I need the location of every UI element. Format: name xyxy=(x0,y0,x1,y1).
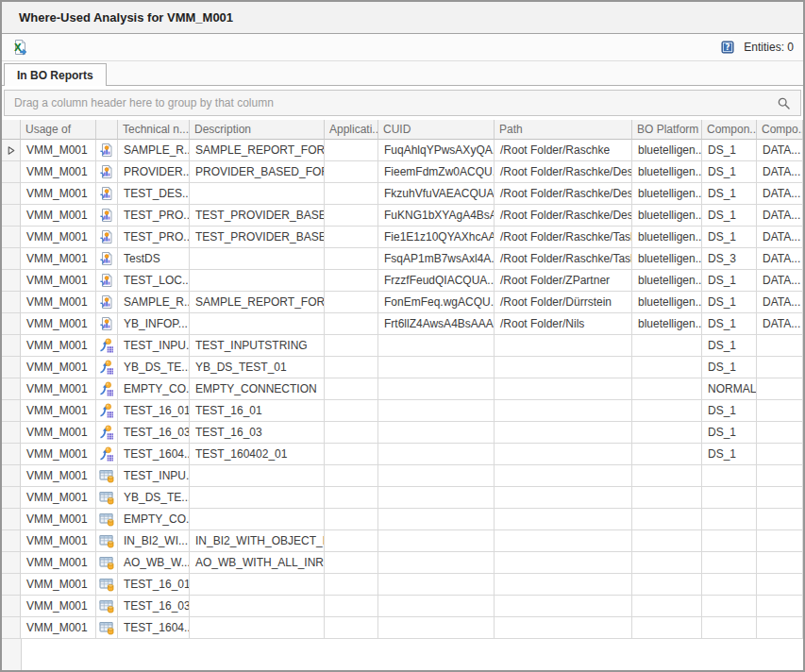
table-row[interactable]: VMM_M001 EMPTY_CO... EMPTY_CONNECTION NO… xyxy=(2,378,803,400)
connection-icon xyxy=(99,446,114,462)
column-header-path[interactable]: Path xyxy=(495,120,632,140)
help-book-icon[interactable]: ? xyxy=(717,37,738,58)
row-indicator-cell xyxy=(2,183,21,205)
row-indicator-cell xyxy=(2,617,21,639)
cuid-cell xyxy=(378,465,495,487)
component2-cell: DATA... xyxy=(757,161,803,183)
table-row[interactable]: VMM_M001 TEST_16_01 TEST_16_01 DS_1 xyxy=(2,400,803,422)
page-title: Where-Used Analysis for VMM_M001 xyxy=(19,10,233,25)
column-header-compon[interactable]: Compon... xyxy=(702,120,757,140)
application-cell xyxy=(325,335,378,357)
table-row[interactable]: VMM_M001 SAMPLE_R... SAMPLE_REPORT_FOR_T… xyxy=(2,292,803,313)
bo-platform-cell xyxy=(632,596,702,617)
entity-icon-cell xyxy=(96,465,118,487)
technical-name-cell: SAMPLE_R... xyxy=(118,292,190,313)
table-row[interactable]: VMM_M001 TEST_PRO... TEST_PROVIDER_BASED… xyxy=(2,227,803,248)
table-row[interactable]: VMM_M001 TEST_PRO... TEST_PROVIDER_BASED… xyxy=(2,205,803,227)
table-row[interactable]: VMM_M001 TEST_INPU... xyxy=(2,465,803,487)
component2-cell: DATA... xyxy=(757,205,803,227)
usage-of-cell: VMM_M001 xyxy=(21,335,96,357)
table-row[interactable]: VMM_M001 EMPTY_CO... xyxy=(2,509,803,530)
technical-name-cell: TEST_DES... xyxy=(118,183,190,205)
usage-of-cell: VMM_M001 xyxy=(21,530,96,552)
technical-name-cell: YB_INFOP... xyxy=(118,313,190,335)
column-header-compo[interactable]: Compo... xyxy=(757,120,803,140)
connection-icon xyxy=(99,360,114,375)
path-cell: /Root Folder/Raschke/Desi... xyxy=(495,205,632,227)
table-row[interactable]: VMM_M001 TEST_DES... FkzuhVfuVAEACQUA...… xyxy=(2,183,803,205)
usage-of-cell: VMM_M001 xyxy=(21,574,96,596)
column-header-applicati[interactable]: Applicati... xyxy=(325,120,378,140)
description-cell: SAMPLE_REPORT_FOR_T... xyxy=(190,140,325,161)
description-cell: TEST_PROVIDER_BASED xyxy=(190,205,325,227)
path-cell xyxy=(495,444,632,465)
cuid-cell xyxy=(378,617,495,639)
table-row[interactable]: VMM_M001 TEST_16_01 xyxy=(2,574,803,596)
application-cell xyxy=(325,292,378,313)
application-cell xyxy=(325,248,378,270)
component-cell xyxy=(702,617,757,639)
table-row[interactable]: VMM_M001 YB_DS_TE... xyxy=(2,487,803,509)
connection-icon xyxy=(99,425,114,440)
description-cell: YB_DS_TEST_01 xyxy=(190,357,325,378)
table-row[interactable]: VMM_M001 PROVIDER... PROVIDER_BASED_FOR_… xyxy=(2,161,803,183)
table-row[interactable]: VMM_M001 YB_INFOP... Frt6llZ4AwsA4BsAAA.… xyxy=(2,313,803,335)
table-row[interactable]: VMM_M001 TEST_1604... xyxy=(2,617,803,639)
table-row[interactable]: VMM_M001 TEST_16_03 TEST_16_03 DS_1 xyxy=(2,422,803,444)
group-by-drop-zone[interactable]: Drag a column header here to group by th… xyxy=(4,90,801,116)
bo-platform-cell xyxy=(632,574,702,596)
cuid-cell xyxy=(378,596,495,617)
technical-name-cell: YB_DS_TE... xyxy=(118,357,190,378)
excel-export-icon[interactable]: X xyxy=(9,37,30,58)
table-row[interactable]: VMM_M001 TEST_1604... TEST_160402_01 DS_… xyxy=(2,444,803,465)
component-cell: DS_1 xyxy=(702,444,757,465)
component2-cell xyxy=(757,444,803,465)
technical-name-cell: TEST_PRO... xyxy=(118,205,190,227)
column-header-description[interactable]: Description xyxy=(190,120,325,140)
cuid-cell: Frt6llZ4AwsA4BsAAA... xyxy=(378,313,495,335)
path-cell: /Root Folder/Dürrstein xyxy=(495,292,632,313)
table-row[interactable]: VMM_M001 TEST_LOC... FrzzfFeudQIACQUA...… xyxy=(2,270,803,292)
application-cell xyxy=(325,487,378,509)
bo-platform-cell xyxy=(632,422,702,444)
cuid-cell xyxy=(378,509,495,530)
magnifier-icon[interactable] xyxy=(777,96,791,110)
description-cell xyxy=(190,270,325,292)
table-row[interactable]: VMM_M001 TestDS FsqAP1mB7wsAxl4A... /Roo… xyxy=(2,248,803,270)
db-table-icon xyxy=(99,577,114,592)
row-indicator-cell xyxy=(2,509,21,530)
path-cell xyxy=(495,617,632,639)
table-row[interactable]: VMM_M001 SAMPLE_R... SAMPLE_REPORT_FOR_T… xyxy=(2,140,803,161)
bo-platform-cell xyxy=(632,530,702,552)
component2-cell xyxy=(757,378,803,400)
description-cell xyxy=(190,487,325,509)
table-row[interactable]: VMM_M001 TEST_16_03 xyxy=(2,596,803,617)
tab-in-bo-reports[interactable]: In BO Reports xyxy=(4,63,107,86)
component-cell xyxy=(702,574,757,596)
technical-name-cell: IN_BI2_WI... xyxy=(118,530,190,552)
column-header-usage-of[interactable]: Usage of xyxy=(21,120,96,140)
cuid-cell: FsqAP1mB7wsAxl4A... xyxy=(378,248,495,270)
bo-platform-cell xyxy=(632,378,702,400)
technical-name-cell: TEST_PRO... xyxy=(118,227,190,248)
entity-icon-cell xyxy=(96,617,118,639)
application-cell xyxy=(325,617,378,639)
component-cell xyxy=(702,487,757,509)
grid-body: VMM_M001 SAMPLE_R... SAMPLE_REPORT_FOR_T… xyxy=(2,140,803,670)
row-indicator-cell xyxy=(2,205,21,227)
table-row[interactable]: VMM_M001 AO_WB_W... AO_WB_WITH_ALL_INROV xyxy=(2,552,803,574)
column-header-technical-n[interactable]: Technical n... xyxy=(118,120,190,140)
component2-cell: DATA... xyxy=(757,313,803,335)
table-row[interactable]: VMM_M001 YB_DS_TE... YB_DS_TEST_01 DS_1 xyxy=(2,357,803,378)
webi-report-icon xyxy=(99,294,114,310)
table-row[interactable]: VMM_M001 TEST_INPU... TEST_INPUTSTRING D… xyxy=(2,335,803,357)
component-cell: DS_1 xyxy=(702,313,757,335)
column-header-bo-platform[interactable]: BO Platform xyxy=(632,120,702,140)
row-indicator-cell xyxy=(2,465,21,487)
component2-cell: DATA... xyxy=(757,183,803,205)
description-cell: EMPTY_CONNECTION xyxy=(190,378,325,400)
component-cell: DS_1 xyxy=(702,161,757,183)
column-header-cuid[interactable]: CUID xyxy=(378,120,495,140)
table-row[interactable]: VMM_M001 IN_BI2_WI... IN_BI2_WITH_OBJECT… xyxy=(2,530,803,552)
usage-of-cell: VMM_M001 xyxy=(21,465,96,487)
